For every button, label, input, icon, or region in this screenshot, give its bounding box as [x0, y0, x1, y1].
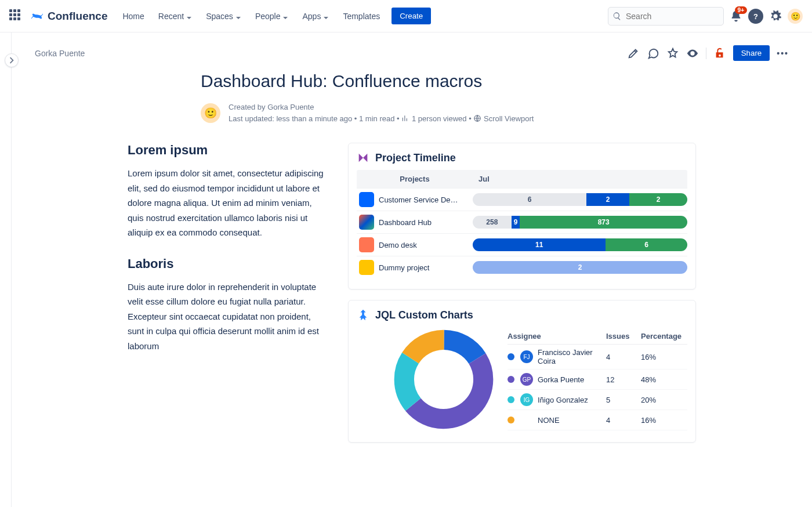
settings-button[interactable] — [768, 9, 783, 24]
section-heading-2: Laboris — [128, 256, 325, 271]
legend-color-dot — [507, 376, 514, 383]
timeline-segment: 6 — [606, 238, 687, 251]
timeline-segment: 6 — [473, 193, 586, 206]
percentage-value: 16% — [641, 353, 687, 361]
timeline-body: Customer Service De…622Dashboard Hub2589… — [357, 188, 687, 278]
assignee-name: Gorka Puente — [538, 375, 606, 384]
divider — [706, 48, 706, 59]
analytics-icon — [401, 114, 409, 122]
timeline-bar: 116 — [473, 238, 687, 251]
project-name: Demo desk — [379, 241, 417, 249]
section-heading-1: Lorem ipsum — [128, 143, 325, 158]
assignee-avatar: FJ — [520, 350, 533, 363]
assignee-name: Iñigo Gonzalez — [538, 396, 606, 404]
percentage-value: 16% — [641, 416, 687, 425]
help-button[interactable]: ? — [748, 9, 763, 24]
legend-col-issues: Issues — [606, 332, 641, 341]
project-icon — [359, 192, 374, 207]
nav-people-label: People — [255, 12, 281, 21]
nav-people[interactable]: People — [249, 8, 295, 24]
chevron-right-icon — [8, 57, 15, 64]
timeline-bar: 622 — [473, 193, 687, 206]
last-updated-label: Last updated: — [229, 114, 274, 123]
author-avatar[interactable]: 🙂 — [201, 103, 220, 123]
jql-charts-card: JQL Custom Charts Assignee Issues Percen… — [348, 300, 696, 443]
top-nav: Confluence Home Recent Spaces People App… — [0, 0, 812, 32]
chart-legend: Assignee Issues Percentage FJFrancisco J… — [507, 328, 687, 430]
nav-recent-label: Recent — [158, 12, 184, 21]
nav-apps-label: Apps — [302, 12, 321, 21]
app-switcher-icon[interactable] — [9, 9, 23, 23]
legend-row[interactable]: FJFrancisco Javier Coira416% — [507, 345, 687, 370]
search-input[interactable] — [608, 7, 724, 26]
legend-row[interactable]: GPGorka Puente1248% — [507, 370, 687, 390]
timeline-row[interactable]: Dashboard Hub2589873 — [357, 211, 687, 233]
breadcrumb[interactable]: Gorka Puente — [35, 49, 85, 58]
timeline-col-month: Jul — [473, 170, 687, 188]
more-actions-button[interactable]: ••• — [777, 49, 789, 58]
help-icon: ? — [749, 10, 762, 23]
timeline-bar: 2 — [473, 261, 687, 274]
page-actions: Share ••• — [627, 45, 789, 61]
legend-color-dot — [507, 396, 514, 403]
share-button[interactable]: Share — [733, 45, 770, 61]
legend-color-dot — [507, 353, 514, 360]
search-icon — [612, 12, 622, 21]
create-button[interactable]: Create — [392, 8, 431, 24]
edit-button[interactable] — [627, 47, 640, 60]
assignee-name: NONE — [538, 416, 606, 425]
star-button[interactable] — [666, 47, 679, 60]
project-name: Customer Service De… — [379, 195, 458, 204]
legend-row[interactable]: NONE416% — [507, 410, 687, 430]
nav-spaces-label: Spaces — [206, 12, 233, 21]
timeline-row[interactable]: Dummy project2 — [357, 256, 687, 278]
timeline-segment: 873 — [520, 216, 687, 229]
project-name: Dummy project — [379, 263, 429, 272]
nav-links: Home Recent Spaces People Apps Templates… — [117, 8, 431, 24]
globe-icon — [473, 114, 481, 122]
timeline-row[interactable]: Demo desk116 — [357, 233, 687, 256]
created-by-label: Created by — [229, 103, 266, 111]
nav-home[interactable]: Home — [117, 8, 150, 24]
issues-count: 12 — [606, 375, 641, 384]
nav-templates[interactable]: Templates — [337, 8, 386, 24]
project-timeline-card: Project Timeline Projects Jul Customer S… — [348, 143, 696, 289]
eye-icon — [686, 47, 699, 60]
timeline-segment: 11 — [473, 238, 606, 251]
assignee-avatar: IG — [520, 393, 533, 406]
issues-count: 4 — [606, 416, 641, 425]
chevron-down-icon — [323, 13, 329, 19]
paragraph-1: Lorem ipsum dolor sit amet, consectetur … — [128, 166, 325, 240]
nav-home-label: Home — [122, 12, 144, 21]
chevron-down-icon — [235, 13, 241, 19]
unlock-icon — [713, 47, 726, 60]
project-icon — [359, 260, 374, 275]
expand-sidebar-button[interactable] — [5, 53, 19, 67]
scroll-viewport-link[interactable]: Scroll Viewport — [484, 114, 534, 123]
project-name: Dashboard Hub — [379, 218, 432, 227]
timeline-row[interactable]: Customer Service De…622 — [357, 188, 687, 211]
nav-recent[interactable]: Recent — [153, 8, 198, 24]
confluence-logo-icon — [30, 9, 44, 23]
comment-button[interactable] — [647, 47, 659, 60]
read-time: 1 min read — [359, 114, 394, 123]
jql-title: JQL Custom Charts — [375, 309, 473, 321]
percentage-value: 20% — [641, 396, 687, 404]
legend-row[interactable]: IGIñigo Gonzalez520% — [507, 390, 687, 410]
page-title: Dashboard Hub: Confluence macros — [128, 71, 696, 91]
timeline-header: Projects Jul — [357, 170, 687, 188]
nav-apps[interactable]: Apps — [296, 8, 335, 24]
viewers-count[interactable]: 1 person viewed — [412, 114, 467, 123]
paragraph-2: Duis aute irure dolor in reprehenderit i… — [128, 280, 325, 354]
nav-spaces[interactable]: Spaces — [200, 8, 247, 24]
watch-button[interactable] — [686, 47, 699, 60]
profile-avatar[interactable]: 🙂 — [788, 9, 803, 24]
timeline-segment: 2 — [629, 193, 687, 206]
author-name[interactable]: Gorka Puente — [267, 103, 314, 111]
notifications-button[interactable]: 9+ — [728, 9, 744, 24]
legend-col-assignee: Assignee — [507, 332, 606, 341]
comment-icon — [647, 47, 659, 60]
notif-badge: 9+ — [735, 6, 747, 14]
brand[interactable]: Confluence — [30, 9, 107, 23]
restrictions-button[interactable] — [713, 47, 726, 60]
